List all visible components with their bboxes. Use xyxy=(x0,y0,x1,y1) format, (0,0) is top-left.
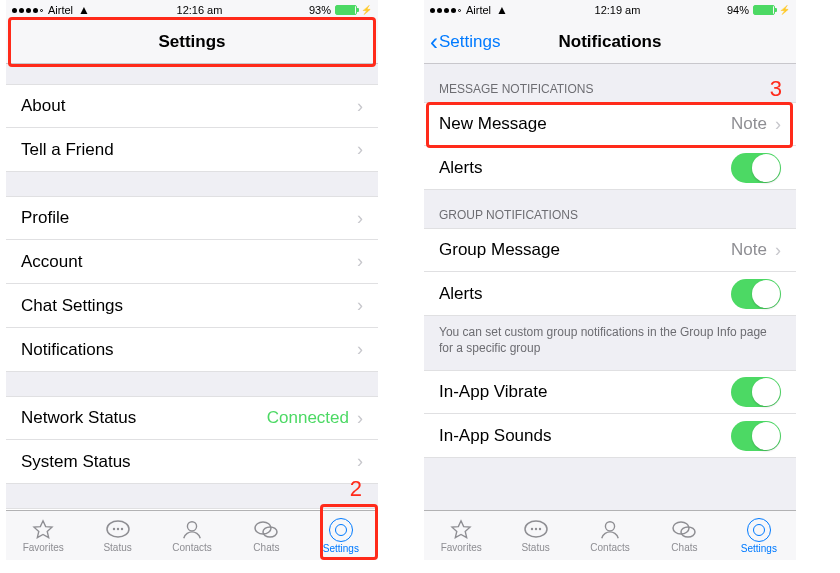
gear-icon xyxy=(747,518,771,542)
row-detail: Note xyxy=(731,114,767,134)
row-label: Tell a Friend xyxy=(21,140,114,160)
tab-label: Chats xyxy=(253,542,279,553)
charging-icon: ⚡ xyxy=(779,5,790,15)
tab-label: Chats xyxy=(671,542,697,553)
battery-icon xyxy=(335,5,357,15)
row-notifications[interactable]: Notifications › xyxy=(6,328,378,372)
carrier-label: Airtel xyxy=(466,4,491,16)
tab-label: Favorites xyxy=(441,542,482,553)
chevron-right-icon: › xyxy=(775,240,781,261)
navbar: ‹ Settings Notifications xyxy=(424,20,796,64)
tab-bar: Favorites Status Contacts Chats Settings xyxy=(6,510,378,560)
row-message-alerts[interactable]: Alerts xyxy=(424,146,796,190)
tab-chats[interactable]: Chats xyxy=(647,511,721,560)
row-group-message[interactable]: Group Message Note › xyxy=(424,228,796,272)
row-label: About xyxy=(21,96,65,116)
tab-settings[interactable]: Settings xyxy=(722,511,796,560)
tab-label: Favorites xyxy=(23,542,64,553)
tab-label: Status xyxy=(521,542,549,553)
section-header: MESSAGE NOTIFICATIONS xyxy=(424,64,796,102)
row-label: New Message xyxy=(439,114,547,134)
row-account[interactable]: Account › xyxy=(6,240,378,284)
chevron-right-icon: › xyxy=(357,139,363,160)
svg-point-8 xyxy=(530,527,532,529)
row-label: Chat Settings xyxy=(21,296,123,316)
row-network-status[interactable]: Network Status Connected › xyxy=(6,396,378,440)
toggle-switch[interactable] xyxy=(731,153,781,183)
tab-label: Settings xyxy=(323,543,359,554)
signal-dots-icon xyxy=(430,8,461,13)
charging-icon: ⚡ xyxy=(361,5,372,15)
svg-point-11 xyxy=(605,521,614,530)
svg-point-4 xyxy=(187,521,196,530)
row-inapp-sounds[interactable]: In-App Sounds xyxy=(424,414,796,458)
tab-chats[interactable]: Chats xyxy=(229,511,303,560)
toggle-switch[interactable] xyxy=(731,279,781,309)
battery-percent: 93% xyxy=(309,4,331,16)
chevron-right-icon: › xyxy=(357,295,363,316)
callout-number: 2 xyxy=(350,476,362,502)
tab-contacts[interactable]: Contacts xyxy=(573,511,647,560)
tab-status[interactable]: Status xyxy=(498,511,572,560)
row-label: System Status xyxy=(21,452,131,472)
tab-favorites[interactable]: Favorites xyxy=(424,511,498,560)
tab-status[interactable]: Status xyxy=(80,511,154,560)
battery-percent: 94% xyxy=(727,4,749,16)
chevron-left-icon: ‹ xyxy=(430,30,438,54)
svg-point-9 xyxy=(534,527,536,529)
svg-point-3 xyxy=(120,527,122,529)
page-title: Notifications xyxy=(559,32,662,52)
star-icon xyxy=(448,519,474,541)
chats-icon xyxy=(671,519,697,541)
status-icon xyxy=(105,519,131,541)
status-bar: Airtel ▲ 12:16 am 93% ⚡ xyxy=(6,0,378,20)
row-tell-a-friend[interactable]: Tell a Friend › xyxy=(6,128,378,172)
toggle-switch[interactable] xyxy=(731,377,781,407)
tab-contacts[interactable]: Contacts xyxy=(155,511,229,560)
tab-settings[interactable]: Settings xyxy=(304,511,378,560)
notifications-screen: Airtel ▲ 12:19 am 94% ⚡ ‹ Settings Notif… xyxy=(424,0,796,560)
gear-icon xyxy=(329,518,353,542)
row-inapp-vibrate[interactable]: In-App Vibrate xyxy=(424,370,796,414)
row-chat-settings[interactable]: Chat Settings › xyxy=(6,284,378,328)
back-button[interactable]: ‹ Settings xyxy=(430,30,500,54)
chevron-right-icon: › xyxy=(357,408,363,429)
row-label: In-App Sounds xyxy=(439,426,551,446)
page-title: Settings xyxy=(158,32,225,52)
contacts-icon xyxy=(597,519,623,541)
section-footer: You can set custom group notifications i… xyxy=(424,316,796,370)
contacts-icon xyxy=(179,519,205,541)
wifi-icon: ▲ xyxy=(496,3,508,17)
wifi-icon: ▲ xyxy=(78,3,90,17)
battery-icon xyxy=(753,5,775,15)
callout-number: 3 xyxy=(770,76,782,102)
tab-label: Status xyxy=(103,542,131,553)
section-header: GROUP NOTIFICATIONS xyxy=(424,190,796,228)
star-icon xyxy=(30,519,56,541)
svg-point-2 xyxy=(116,527,118,529)
chevron-right-icon: › xyxy=(357,339,363,360)
toggle-switch[interactable] xyxy=(731,421,781,451)
row-group-alerts[interactable]: Alerts xyxy=(424,272,796,316)
clock-label: 12:19 am xyxy=(595,4,641,16)
row-label: Notifications xyxy=(21,340,114,360)
row-system-status[interactable]: System Status › xyxy=(6,440,378,484)
tab-favorites[interactable]: Favorites xyxy=(6,511,80,560)
carrier-label: Airtel xyxy=(48,4,73,16)
settings-list: About › Tell a Friend › Profile › Accoun… xyxy=(6,64,378,510)
row-about[interactable]: About › xyxy=(6,84,378,128)
row-new-message[interactable]: New Message Note › xyxy=(424,102,796,146)
notifications-list: MESSAGE NOTIFICATIONS New Message Note ›… xyxy=(424,64,796,510)
row-label: Alerts xyxy=(439,284,482,304)
tab-bar: Favorites Status Contacts Chats Settings xyxy=(424,510,796,560)
row-detail: Note xyxy=(731,240,767,260)
row-detail: Connected xyxy=(267,408,349,428)
chevron-right-icon: › xyxy=(357,451,363,472)
row-profile[interactable]: Profile › xyxy=(6,196,378,240)
chevron-right-icon: › xyxy=(775,114,781,135)
row-label: Account xyxy=(21,252,82,272)
settings-screen: Airtel ▲ 12:16 am 93% ⚡ Settings About ›… xyxy=(6,0,378,560)
status-bar: Airtel ▲ 12:19 am 94% ⚡ xyxy=(424,0,796,20)
chevron-right-icon: › xyxy=(357,96,363,117)
chevron-right-icon: › xyxy=(357,208,363,229)
